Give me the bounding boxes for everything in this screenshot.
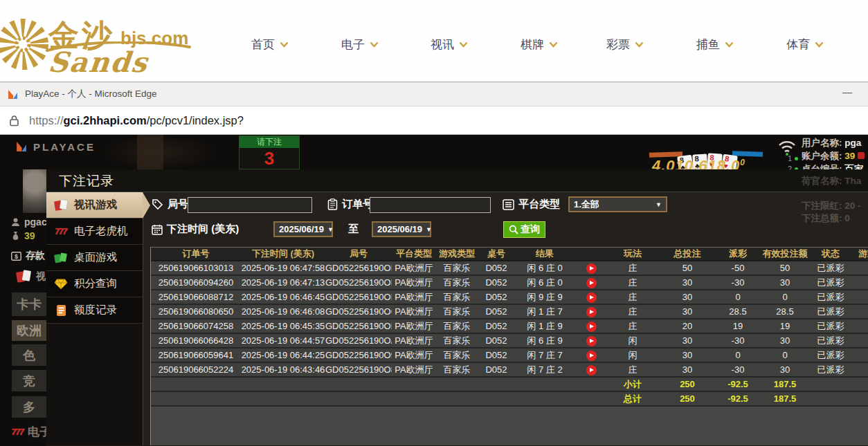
round-id-input[interactable]	[188, 197, 312, 213]
bg-menu-stub[interactable]: 多	[12, 396, 46, 418]
playace-logo-icon	[15, 140, 28, 153]
nav-home[interactable]: 首页	[251, 35, 289, 54]
nav-fishing[interactable]: 捕鱼	[696, 35, 734, 54]
status-badge: 已派彩	[811, 290, 850, 304]
bg-menu-stub[interactable]: 色	[12, 344, 46, 366]
sidebar-item-table-games[interactable]: 桌面游戏	[46, 245, 143, 271]
lock-icon[interactable]	[9, 115, 19, 127]
bg-video-tab[interactable]: 视	[15, 269, 46, 284]
countdown-value: 3	[239, 148, 299, 169]
bg-balance: 39	[11, 230, 35, 241]
table-row: 250619066088712 2025-06-19 06:46:45 GD05…	[151, 290, 868, 304]
modal-content: 局号 订单号	[143, 192, 868, 445]
nav-sports[interactable]: 体育	[786, 35, 824, 54]
play-video-icon[interactable]	[586, 365, 597, 375]
nav-slots[interactable]: 电子	[341, 35, 379, 54]
table-row: 250619066052224 2025-06-19 06:43:46 GD05…	[151, 362, 868, 377]
caret-down-icon: ▼	[422, 226, 432, 233]
sidebar-item-points[interactable]: 积分查询	[46, 271, 143, 297]
total-label: 总计	[608, 391, 658, 406]
modal-title: 下注记录	[46, 169, 868, 192]
url-scheme: https://	[29, 114, 64, 127]
playace-favicon-icon	[7, 89, 19, 100]
edge-urlbar[interactable]: https://gci.2hhapi.com/pc/pcv1/index.jsp…	[0, 106, 868, 135]
diamond-icon	[53, 279, 69, 290]
clipboard-icon	[327, 198, 338, 210]
sands-logo[interactable]: 金沙 bjs.com Sands	[0, 0, 208, 82]
status-badge: 已派彩	[811, 275, 850, 290]
bet-prompt-label: 请下注	[239, 136, 299, 148]
money-bag-icon	[11, 231, 20, 241]
order-id-label: 订单号	[327, 198, 373, 211]
total-row: 总计 250 -92.5 187.5	[151, 391, 868, 406]
date-to-picker[interactable]: 2025/06/19 ▼	[372, 221, 431, 237]
play-video-icon[interactable]	[586, 322, 597, 332]
play-video-icon[interactable]	[586, 263, 597, 274]
bg-pillar	[137, 135, 163, 169]
bet-time-label: 下注时间 (美东)	[152, 223, 239, 236]
to-label: 至	[348, 223, 359, 236]
slots-777-icon: 777	[12, 427, 24, 437]
table-games-icon	[53, 252, 69, 264]
table-row: 250619066094260 2025-06-19 06:47:13 GD05…	[151, 275, 868, 290]
round-id-label: 局号	[152, 198, 188, 211]
modal-sidebar: 视讯游戏 777 电子老虎机 桌面游戏	[46, 192, 143, 445]
green-dot-icon	[795, 157, 798, 160]
chevron-down-icon	[280, 41, 289, 48]
bg-menu-stub[interactable]: 卡卡	[12, 292, 46, 316]
url-domain: gci.2hhapi.com	[64, 114, 147, 127]
chevron-down-icon	[725, 41, 734, 48]
playace-brand: PLAYACE	[15, 140, 96, 153]
subtotal-label: 小计	[608, 377, 658, 391]
calendar-icon	[152, 224, 163, 235]
bg-slots-tab[interactable]: 777 电子	[12, 424, 51, 440]
subtotal-row: 小计 250 -92.5 187.5	[151, 377, 868, 391]
bg-menu-stub-selected[interactable]: 欧洲	[12, 320, 46, 341]
dollar-icon: $	[11, 252, 21, 261]
chevron-down-icon	[370, 41, 379, 48]
platform-list-icon	[503, 199, 514, 210]
magnifier-icon	[509, 225, 518, 234]
play-video-icon[interactable]	[586, 336, 597, 346]
site-header: 金沙 bjs.com Sands 首页 电子 视讯 棋牌 彩票 捕鱼	[0, 0, 868, 82]
play-video-icon[interactable]	[586, 307, 597, 317]
order-id-input[interactable]	[370, 197, 491, 213]
nav-live[interactable]: 视讯	[431, 35, 468, 54]
caret-down-icon: ▼	[324, 226, 334, 233]
chevron-down-icon	[549, 41, 558, 48]
document-icon	[53, 304, 69, 317]
chevron-down-icon	[815, 41, 824, 48]
records-table-wrap: 订单号 下注时间 (美东) 局号 平台类型 游戏类型 桌号 结果 玩法 总投注	[150, 247, 868, 445]
play-video-icon[interactable]	[586, 292, 597, 303]
url-field[interactable]: https://gci.2hhapi.com/pc/pcv1/index.jsp…	[29, 114, 244, 127]
bg-menu-stub[interactable]: 竞	[12, 370, 46, 391]
play-video-icon[interactable]	[586, 278, 597, 288]
red-chip-icon	[858, 152, 865, 159]
nav-cards[interactable]: 棋牌	[521, 35, 558, 54]
table-header-row: 订单号 下注时间 (美东) 局号 平台类型 游戏类型 桌号 结果 玩法 总投注	[151, 248, 868, 261]
platform-type-select[interactable]: 1.全部 ▼	[568, 196, 667, 212]
cards-icon	[53, 198, 69, 212]
sidebar-item-live-games[interactable]: 视讯游戏	[46, 192, 143, 219]
date-from-picker[interactable]: 2025/06/19 ▼	[273, 221, 333, 237]
person-icon	[11, 218, 20, 227]
records-table: 订单号 下注时间 (美东) 局号 平台类型 游戏类型 桌号 结果 玩法 总投注	[151, 248, 868, 407]
game-area: PLAYACE 请下注 3 8♣ 8♣ 8♥ 8♥ 4,010,618.00 1…	[0, 135, 868, 446]
nav-lottery[interactable]: 彩票	[606, 35, 644, 54]
svg-text:$: $	[15, 252, 18, 259]
logo-script: Sands	[47, 46, 150, 78]
sidebar-item-slots[interactable]: 777 电子老虎机	[46, 219, 143, 245]
chevron-down-icon	[635, 41, 644, 48]
minimize-button[interactable]: —	[838, 86, 857, 102]
status-badge: 已派彩	[811, 362, 850, 377]
sunburst-icon	[0, 12, 48, 76]
play-video-icon[interactable]	[586, 351, 597, 361]
search-button[interactable]: 查询	[503, 221, 545, 238]
deposit-button[interactable]: $ 存款	[11, 250, 45, 262]
tag-icon	[152, 198, 163, 210]
cards-icon	[15, 269, 32, 284]
sidebar-item-quota-records[interactable]: 额度记录	[46, 297, 143, 324]
window-title: PlayAce - 个人 - Microsoft Edge	[25, 88, 157, 100]
avatar	[23, 169, 46, 213]
platform-type-label: 平台类型	[503, 198, 560, 211]
